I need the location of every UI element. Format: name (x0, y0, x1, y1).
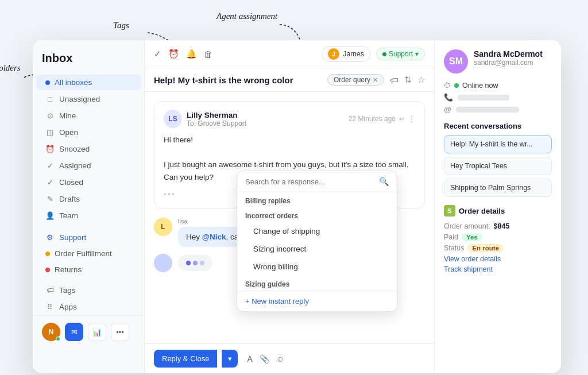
snooze-icon[interactable]: ⏰ (168, 49, 179, 59)
attachment-icon[interactable]: 📎 (260, 354, 269, 364)
text-format-icon[interactable]: A (247, 354, 252, 364)
track-shipment-link[interactable]: Track shipment (444, 265, 552, 273)
recent-conv-item-2[interactable]: Hey Tropical Tees (444, 157, 552, 175)
change-of-shipping-item[interactable]: Change of shipping (237, 222, 397, 240)
tag-action-icon[interactable]: 🏷 (390, 75, 399, 85)
reply-format-icons: A 📎 ☺ (242, 354, 425, 364)
sidebar-item-apps[interactable]: ⠿ Apps (36, 299, 141, 315)
reply-icon[interactable]: ↩ (399, 115, 405, 123)
profile-avatar: SM (444, 49, 468, 74)
sidebar-item-team[interactable]: 👤 Team (36, 207, 141, 223)
sidebar-item-tags[interactable]: 🏷 Tags (36, 282, 141, 298)
status-chevron: ▾ (415, 50, 419, 58)
sidebar-item-assigned[interactable]: ✓ Assigned (36, 157, 141, 173)
sender-details: Lilly Sherman To: Groove Support (187, 111, 246, 127)
online-status-label: Online now (462, 82, 498, 90)
profile-info: Sandra McDermot sandra@gmail.com (474, 49, 543, 67)
wrong-billing-item[interactable]: Wrong billing (237, 258, 397, 276)
status-badge[interactable]: Support ▾ (376, 48, 425, 60)
sizing-guides-section-header: Sizing guides (237, 276, 397, 291)
sidebar-item-support[interactable]: ⚙ Support (36, 229, 141, 245)
sender-name: Lilly Sherman (187, 111, 246, 119)
closed-icon: ✓ (45, 177, 55, 187)
sidebar-item-open[interactable]: ◫ Open (36, 124, 141, 140)
support-settings-icon: ⚙ (45, 233, 55, 242)
sidebar-item-returns[interactable]: Returns (36, 262, 141, 277)
notification-icon[interactable]: 🔔 (186, 49, 197, 59)
star-icon[interactable]: ☆ (417, 75, 425, 85)
agent-badge[interactable]: J James (322, 46, 370, 62)
snoozed-icon: ⏰ (45, 144, 55, 153)
inbox-nav-button[interactable]: ✉ (65, 323, 83, 341)
outer-wrapper: Agent assignment Tags Folders (0, 11, 588, 375)
agent-name: James (343, 50, 364, 58)
status-clock-icon: ⏱ (444, 82, 451, 90)
user-status-dot (56, 337, 60, 341)
paid-badge: Yes (462, 233, 482, 241)
sidebar-item-unassigned[interactable]: □ Unassigned (36, 91, 141, 107)
snippet-search-input[interactable] (245, 177, 374, 186)
drafts-label: Drafts (59, 195, 80, 203)
sidebar-item-closed[interactable]: ✓ Closed (36, 174, 141, 190)
order-status-row: Status En route (444, 244, 552, 252)
incorrect-orders-section-header: Incorrect orders (237, 207, 397, 222)
team-icon: 👤 (45, 211, 55, 220)
reply-bar: Reply & Close ▾ A 📎 ☺ (145, 343, 434, 373)
drafts-icon: ✎ (45, 194, 55, 203)
shopify-icon: S (444, 205, 455, 217)
main-content: ✓ ⏰ 🔔 🗑 J James Support ▾ Help! M (145, 40, 435, 373)
delete-icon[interactable]: 🗑 (204, 49, 212, 59)
conv-header: ✓ ⏰ 🔔 🗑 J James Support ▾ (145, 40, 434, 68)
conv-title: Help! My t-shirt is the wrong color (154, 75, 322, 85)
assigned-label: Assigned (59, 161, 91, 170)
support-label: Support (59, 233, 86, 242)
sender-info: LS Lilly Sherman To: Groove Support (164, 110, 246, 128)
checkmark-icon[interactable]: ✓ (154, 49, 161, 59)
sidebar-item-drafts[interactable]: ✎ Drafts (36, 191, 141, 207)
sidebar-item-snoozed[interactable]: ⏰ Snoozed (36, 141, 141, 157)
search-icon: 🔍 (379, 177, 389, 186)
recent-conv-item-1[interactable]: Help! My t-shirt is the wr... (444, 135, 552, 153)
recent-conv-item-3[interactable]: Shipping to Palm Springs (444, 179, 552, 197)
more-icon[interactable]: ⋮ (408, 115, 415, 123)
reply-close-button[interactable]: Reply & Close (154, 350, 217, 368)
email-contact-icon: @ (444, 105, 451, 114)
stats-nav-button[interactable]: 📊 (88, 323, 106, 341)
right-panel: SM Sandra McDermot sandra@gmail.com ⏱ On… (435, 40, 561, 373)
new-instant-reply-button[interactable]: + New instant reply (237, 291, 397, 311)
phone-contact-row: 📞 (444, 93, 552, 102)
order-amount-row: Order amount: $845 (444, 222, 552, 230)
reply-dropdown-arrow[interactable]: ▾ (222, 350, 238, 368)
order-paid-row: Paid Yes (444, 233, 552, 241)
closed-label: Closed (59, 178, 83, 187)
sizing-incorrect-item[interactable]: Sizing incorrect (237, 240, 397, 258)
online-status-row: ⏱ Online now (444, 82, 552, 90)
sidebar-item-mine[interactable]: ⊙ Mine (36, 107, 141, 123)
tag-close-icon[interactable]: ✕ (373, 76, 378, 84)
snoozed-label: Snoozed (59, 145, 90, 153)
title-actions: 🏷 ⇅ ☆ (390, 75, 425, 85)
conv-header-actions: ✓ ⏰ 🔔 🗑 (154, 49, 212, 59)
typing-dots (178, 255, 212, 271)
app-container: Inbox All inboxes □ Unassigned ⊙ Mine ◫ … (33, 40, 561, 373)
status-label: Support (389, 50, 413, 58)
merge-icon[interactable]: ⇅ (404, 75, 412, 85)
unassigned-label: Unassigned (59, 95, 100, 103)
msg-mention: @Nick (202, 233, 226, 241)
order-amount-label: Order amount: (444, 222, 490, 230)
sidebar-item-all-inboxes[interactable]: All inboxes (36, 75, 141, 90)
profile-email: sandra@gmail.com (474, 59, 543, 67)
typing-dot-2 (193, 261, 198, 265)
emoji-icon[interactable]: ☺ (276, 354, 284, 364)
tags-label: Tags (59, 286, 76, 295)
online-status-dot (454, 83, 459, 88)
more-nav-button[interactable]: ••• (111, 323, 129, 341)
status-green-dot (382, 52, 386, 56)
order-section: S Order details Order amount: $845 Paid … (444, 205, 552, 273)
order-query-tag[interactable]: Order query ✕ (327, 74, 384, 86)
messages-area: LS Lilly Sherman To: Groove Support 22 M… (145, 92, 434, 343)
view-order-link[interactable]: View order details (444, 255, 552, 263)
sidebar-item-order-fulfillment[interactable]: Order Fulfillment (36, 246, 141, 261)
typing-dot-3 (200, 261, 204, 265)
annotation-folders: Folders (0, 63, 21, 73)
